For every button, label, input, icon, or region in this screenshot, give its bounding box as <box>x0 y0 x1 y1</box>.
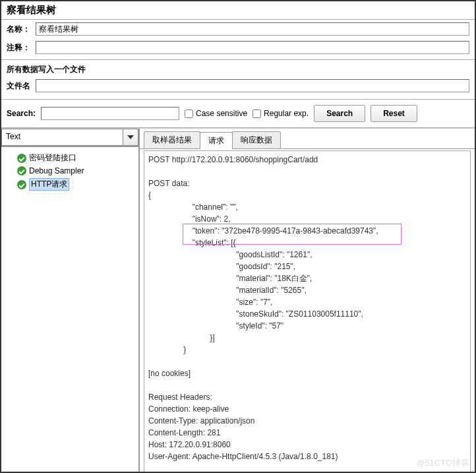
detail-tabs: 取样器结果 请求 响应数据 <box>140 129 475 149</box>
filename-input[interactable] <box>36 79 469 92</box>
tab-sampler-result[interactable]: 取样器结果 <box>144 131 200 148</box>
case-sensitive-wrap: Case sensitive <box>185 109 247 118</box>
tab-response-data[interactable]: 响应数据 <box>232 131 281 148</box>
regex-wrap: Regular exp. <box>253 109 309 118</box>
name-row: 名称： <box>1 20 475 38</box>
view-selector-value: Text <box>1 129 123 146</box>
case-sensitive-label: Case sensitive <box>196 109 247 118</box>
success-icon <box>17 154 26 163</box>
right-panel: 取样器结果 请求 响应数据 POST http://172.20.0.91:80… <box>140 129 475 473</box>
success-icon <box>17 180 26 189</box>
comment-label: 注释： <box>7 42 33 53</box>
success-icon <box>17 166 26 175</box>
watermark: @51CTO博客 <box>416 457 469 469</box>
filename-label: 文件名 <box>7 80 33 92</box>
regex-label: Regular exp. <box>264 109 309 118</box>
file-section-header: 所有数据写入一个文件 <box>1 59 475 77</box>
token-highlight <box>183 224 402 245</box>
tree-node[interactable]: 密码登陆接口 <box>4 151 136 165</box>
tree-node[interactable]: HTTP请求 <box>4 177 136 192</box>
case-sensitive-checkbox[interactable] <box>185 110 193 118</box>
filename-row: 文件名 <box>1 77 475 95</box>
search-bar: Search: Case sensitive Regular exp. Sear… <box>1 99 475 128</box>
svg-marker-0 <box>127 135 134 139</box>
view-selector: Text <box>1 129 138 147</box>
left-panel: Text 密码登陆接口 Debug Sampler HTTP请求 <box>1 129 140 473</box>
comment-input[interactable] <box>36 41 469 54</box>
window-title: 察看结果树 <box>1 1 475 20</box>
main-split: Text 密码登陆接口 Debug Sampler HTTP请求 取样器结果 请… <box>1 128 475 473</box>
tree-node[interactable]: Debug Sampler <box>4 165 136 177</box>
tree-node-label: 密码登陆接口 <box>29 152 76 164</box>
comment-row: 注释： <box>1 38 475 57</box>
view-selector-dropdown[interactable] <box>123 129 138 146</box>
search-button[interactable]: Search <box>314 105 365 122</box>
chevron-down-icon <box>127 135 134 139</box>
reset-button[interactable]: Reset <box>371 105 417 122</box>
search-label: Search: <box>7 109 36 118</box>
regex-checkbox[interactable] <box>253 110 261 118</box>
tab-request[interactable]: 请求 <box>200 132 233 149</box>
tree-node-label: HTTP请求 <box>29 178 69 191</box>
search-input[interactable] <box>41 107 179 120</box>
results-tree: 密码登陆接口 Debug Sampler HTTP请求 <box>1 147 138 473</box>
name-input[interactable] <box>36 22 469 36</box>
name-label: 名称： <box>7 24 33 35</box>
tree-node-label: Debug Sampler <box>29 166 84 175</box>
request-content[interactable]: POST http://172.20.0.91:8060/shoppingCar… <box>144 150 471 473</box>
